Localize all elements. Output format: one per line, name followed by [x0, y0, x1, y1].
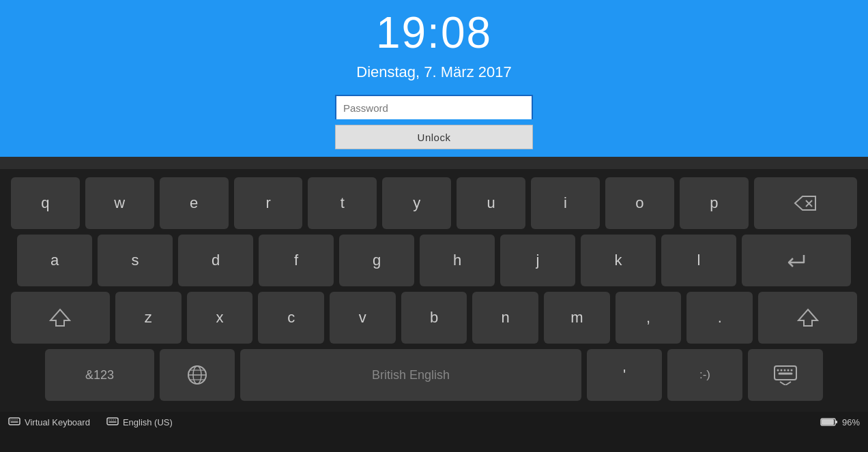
key-v[interactable]: v [330, 292, 396, 344]
key-z[interactable]: z [115, 292, 182, 344]
key-d[interactable]: d [178, 235, 253, 286]
key-p[interactable]: p [680, 177, 749, 229]
key-x[interactable]: x [187, 292, 253, 344]
shift-right-key[interactable] [758, 292, 857, 344]
key-e[interactable]: e [160, 177, 229, 229]
svg-rect-29 [835, 421, 837, 423]
battery-status: 96% [820, 417, 860, 427]
keyboard-row-2: a s d f g h j k l [11, 235, 857, 286]
svg-marker-3 [798, 310, 818, 326]
date-display: Dienstag, 7. März 2017 [356, 63, 511, 81]
key-s[interactable]: s [98, 235, 173, 286]
shift-left-key[interactable] [11, 292, 110, 344]
key-n[interactable]: n [472, 292, 538, 344]
key-a[interactable]: a [17, 235, 92, 286]
keyboard-row-1: q w e r t y u i o p [11, 177, 857, 229]
key-b[interactable]: b [401, 292, 467, 344]
password-input[interactable] [335, 95, 533, 119]
key-m[interactable]: m [544, 292, 610, 344]
lock-screen: 19:08 Dienstag, 7. März 2017 Unlock [0, 0, 868, 157]
language-globe-key[interactable] [160, 349, 235, 401]
battery-label: 96% [842, 417, 860, 427]
status-bar: Virtual Keyboard English (US) 96% [0, 412, 868, 432]
keyboard-row-3: z x c v b n m , . [11, 292, 857, 344]
virtual-keyboard-label: Virtual Keyboard [25, 417, 90, 427]
backspace-key[interactable] [754, 177, 857, 229]
svg-rect-16 [9, 418, 20, 425]
key-h[interactable]: h [420, 235, 495, 286]
key-y[interactable]: y [382, 177, 451, 229]
keyboard-row-4: &123 British English ' :-) [11, 349, 857, 401]
key-comma[interactable]: , [616, 292, 682, 344]
key-f[interactable]: f [259, 235, 334, 286]
key-q[interactable]: q [11, 177, 80, 229]
clock-display: 19:08 [376, 7, 492, 58]
key-o[interactable]: o [605, 177, 674, 229]
spacebar-key[interactable]: British English [240, 349, 581, 401]
key-i[interactable]: i [531, 177, 600, 229]
virtual-keyboard-status: Virtual Keyboard [8, 417, 90, 427]
key-j[interactable]: j [500, 235, 575, 286]
key-t[interactable]: t [308, 177, 377, 229]
key-c[interactable]: c [258, 292, 324, 344]
svg-rect-22 [107, 418, 118, 425]
key-period[interactable]: . [686, 292, 753, 344]
divider-bar [0, 157, 868, 169]
language-status: English (US) [106, 417, 173, 427]
key-apostrophe[interactable]: ' [587, 349, 662, 401]
key-r[interactable]: r [234, 177, 303, 229]
key-g[interactable]: g [339, 235, 414, 286]
key-w[interactable]: w [85, 177, 154, 229]
key-l[interactable]: l [661, 235, 736, 286]
key-u[interactable]: u [457, 177, 525, 229]
svg-rect-30 [822, 419, 834, 425]
language-label: English (US) [123, 417, 173, 427]
symbols-key[interactable]: &123 [45, 349, 154, 401]
virtual-keyboard: q w e r t y u i o p a s d f g h j k l [0, 169, 868, 412]
key-k[interactable]: k [581, 235, 656, 286]
svg-marker-2 [50, 310, 70, 326]
keyboard-hide-key[interactable] [748, 349, 823, 401]
emoji-key[interactable]: :-) [667, 349, 742, 401]
enter-key[interactable] [742, 235, 851, 286]
unlock-button[interactable]: Unlock [335, 125, 533, 149]
